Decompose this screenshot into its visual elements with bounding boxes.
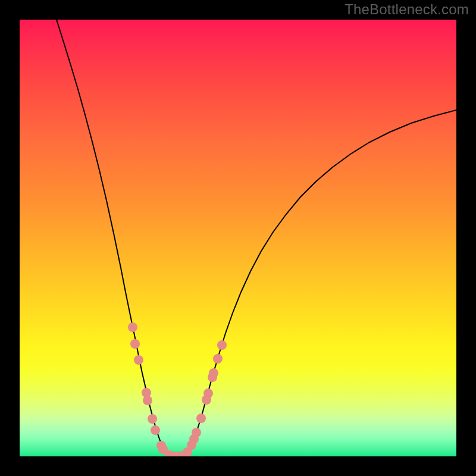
bottleneck-curve	[57, 20, 456, 456]
data-marker	[217, 340, 227, 350]
data-marker	[148, 414, 157, 424]
data-marker	[192, 428, 201, 437]
data-marker	[143, 396, 152, 405]
data-marker	[151, 425, 160, 435]
data-marker	[203, 389, 213, 398]
watermark-text: TheBottleneck.com	[345, 1, 469, 18]
plot-area	[20, 20, 456, 456]
data-marker	[209, 368, 218, 378]
data-marker	[196, 414, 206, 423]
chart-svg	[20, 20, 456, 456]
chart-frame: TheBottleneck.com	[0, 0, 476, 476]
data-marker	[128, 322, 137, 332]
data-marker	[134, 355, 143, 365]
data-markers	[128, 322, 227, 456]
data-marker	[130, 339, 140, 349]
data-marker	[213, 354, 223, 364]
